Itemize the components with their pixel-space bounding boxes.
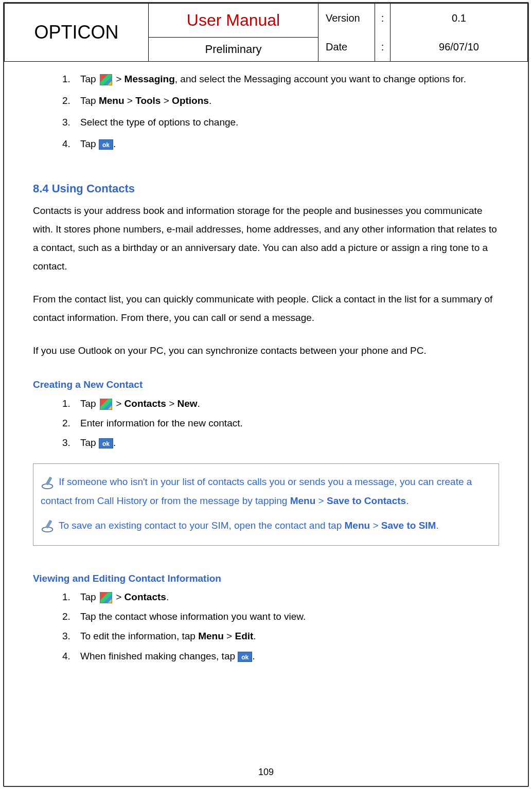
page-content: Tap > Messaging, and select the Messagin… bbox=[4, 62, 528, 665]
note-pencil-icon bbox=[41, 518, 56, 533]
date-value: 96/07/10 bbox=[391, 32, 528, 61]
text: . bbox=[113, 437, 116, 448]
text: Tap bbox=[80, 591, 99, 602]
text: . bbox=[198, 398, 200, 409]
text: > bbox=[125, 95, 136, 106]
text: > bbox=[113, 398, 125, 409]
ok-icon: ok bbox=[99, 139, 113, 150]
bold: Messaging bbox=[125, 74, 175, 84]
tip-box: If someone who isn't in your list of con… bbox=[33, 463, 499, 545]
start-menu-icon bbox=[100, 592, 112, 603]
text: > bbox=[113, 591, 125, 602]
instruction-list-b: Tap > Contacts > New. Enter information … bbox=[33, 396, 499, 452]
paragraph: If you use Outlook on your PC, you can s… bbox=[33, 342, 499, 360]
list-item: When finished making changes, tap ok. bbox=[73, 648, 499, 665]
list-item: Select the type of options to change. bbox=[73, 113, 499, 132]
tip-paragraph: To save an existing contact to your SIM,… bbox=[41, 516, 491, 535]
list-item: Tap Menu > Tools > Options. bbox=[73, 92, 499, 110]
text: . bbox=[166, 591, 169, 602]
doc-title: User Manual bbox=[149, 4, 318, 38]
bold: Menu bbox=[198, 631, 224, 641]
bold: Save to SIM bbox=[381, 520, 436, 531]
text: . bbox=[209, 95, 211, 106]
tip-paragraph: If someone who isn't in your list of con… bbox=[41, 472, 491, 510]
start-menu-icon bbox=[100, 399, 112, 410]
text: . bbox=[253, 631, 256, 641]
bold: Tools bbox=[135, 95, 161, 106]
text: . bbox=[406, 495, 409, 506]
text: Tap bbox=[80, 74, 99, 84]
list-item: To edit the information, tap Menu > Edit… bbox=[73, 628, 499, 644]
bold: Edit bbox=[235, 631, 253, 641]
bold: New bbox=[178, 398, 198, 409]
text: To save an existing contact to your SIM,… bbox=[56, 520, 345, 531]
text: > bbox=[224, 631, 235, 641]
ok-icon: ok bbox=[99, 438, 113, 449]
instruction-list-a: Tap > Messaging, and select the Messagin… bbox=[33, 70, 499, 153]
text: > bbox=[315, 495, 327, 506]
date-label: Date bbox=[318, 32, 375, 61]
start-menu-icon bbox=[100, 74, 112, 85]
text: > bbox=[113, 74, 125, 84]
list-item: Tap ok. bbox=[73, 135, 499, 153]
version-value: 0.1 bbox=[391, 4, 528, 32]
text: To edit the information, tap bbox=[80, 631, 198, 641]
list-item: Tap ok. bbox=[73, 435, 499, 451]
bold: Menu bbox=[290, 495, 316, 506]
doc-subtitle: Preliminary bbox=[149, 38, 318, 61]
version-label: Version bbox=[318, 4, 375, 32]
note-pencil-icon bbox=[41, 475, 56, 490]
page-number: 109 bbox=[4, 763, 528, 781]
sub-heading: Creating a New Contact bbox=[33, 375, 499, 394]
text: Tap bbox=[80, 138, 99, 149]
document-header: OPTICON User Manual Preliminary Version … bbox=[4, 3, 528, 62]
bold: Menu bbox=[99, 95, 125, 106]
bold: Menu bbox=[345, 520, 370, 531]
bold: Contacts bbox=[125, 398, 166, 409]
text: Tap bbox=[80, 437, 99, 448]
text: . bbox=[436, 520, 438, 531]
bold: Contacts bbox=[125, 591, 166, 602]
colon: : bbox=[375, 4, 391, 32]
ok-icon: ok bbox=[238, 652, 252, 662]
colon: : bbox=[375, 32, 391, 61]
text: > bbox=[370, 520, 381, 531]
paragraph: From the contact list, you can quickly c… bbox=[33, 290, 499, 327]
sub-heading: Viewing and Editing Contact Information bbox=[33, 569, 499, 588]
bold: Save to Contacts bbox=[327, 495, 406, 506]
list-item: Enter information for the new contact. bbox=[73, 415, 499, 432]
text: . bbox=[252, 651, 255, 661]
text: > bbox=[161, 95, 172, 106]
list-item: Tap > Contacts > New. bbox=[73, 396, 499, 412]
bold: Options bbox=[172, 95, 209, 106]
section-heading: 8.4 Using Contacts bbox=[33, 178, 499, 200]
text: > bbox=[166, 398, 178, 409]
text: When finished making changes, tap bbox=[80, 651, 238, 661]
text: Tap bbox=[80, 95, 99, 106]
text: . bbox=[113, 138, 116, 149]
text: Tap bbox=[80, 398, 99, 409]
instruction-list-c: Tap > Contacts. Tap the contact whose in… bbox=[33, 589, 499, 665]
list-item: Tap > Contacts. bbox=[73, 589, 499, 605]
list-item: Tap the contact whose information you wa… bbox=[73, 608, 499, 625]
list-item: Tap > Messaging, and select the Messagin… bbox=[73, 70, 499, 88]
text: , and select the Messaging account you w… bbox=[175, 74, 466, 84]
brand-cell: OPTICON bbox=[5, 4, 149, 62]
paragraph: Contacts is your address book and inform… bbox=[33, 202, 499, 276]
